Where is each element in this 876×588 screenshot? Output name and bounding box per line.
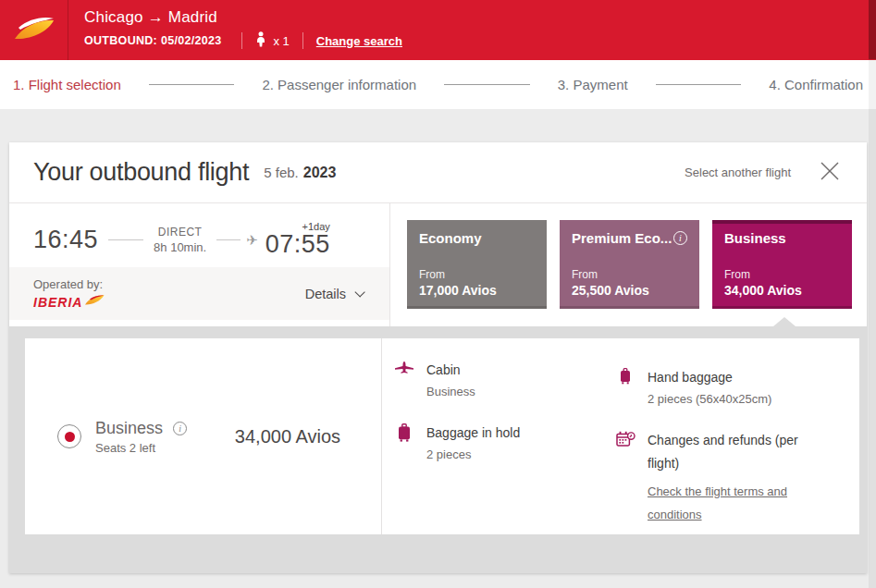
flight-stops-duration: DIRECT 8h 10min. <box>154 226 206 254</box>
info-icon[interactable]: i <box>673 231 687 245</box>
scrollbar[interactable] <box>869 0 876 588</box>
iberia-operator-logo: IBERIA <box>33 293 105 310</box>
flight-times-section: 16:45 DIRECT 8h 10min. ✈ +1day 07:55 <box>9 203 390 326</box>
calendar-clock-icon <box>615 429 635 526</box>
fare-card-economy[interactable]: Economy From 17,000 Avios <box>407 220 547 309</box>
passenger-icon <box>255 31 266 50</box>
close-icon <box>817 158 843 187</box>
fare-detail-panel: Business i Seats 2 left 34,000 Avios <box>25 338 859 534</box>
operated-by-label: Operated by: <box>33 277 105 291</box>
step-confirmation: 4. Confirmation <box>769 77 863 92</box>
hold-suitcase-icon <box>394 422 414 461</box>
fare-card-premium-economy[interactable]: Premium Eco... i From 25,500 Avios <box>560 220 699 309</box>
fare-detail-band: Business i Seats 2 left 34,000 Avios <box>9 326 867 573</box>
info-icon[interactable]: i <box>173 422 187 435</box>
flight-summary-row: 16:45 DIRECT 8h 10min. ✈ +1day 07:55 <box>9 203 867 326</box>
step-connector <box>149 84 235 85</box>
route-title: Chicago → Madrid <box>84 8 402 27</box>
card-title: Your outbound flight <box>33 158 249 187</box>
scrollbar-thumb[interactable] <box>869 0 876 59</box>
divider <box>302 32 303 49</box>
route-line <box>216 239 241 240</box>
card-header: Your outbound flight 5 feb.2023 Select a… <box>9 142 867 203</box>
fare-radio-selected[interactable] <box>57 424 81 448</box>
passenger-count: x 1 <box>255 31 289 50</box>
step-connector <box>444 84 530 85</box>
amenity-hand-baggage: Hand baggage 2 pieces (56x40x25cm) <box>615 366 859 406</box>
amenity-cabin: Cabin Business <box>394 359 615 398</box>
step-passenger-information: 2. Passenger information <box>262 77 416 92</box>
step-flight-selection: 1. Flight selection <box>13 77 121 92</box>
iberia-swoosh-icon <box>12 12 56 49</box>
step-connector <box>656 84 742 85</box>
fare-card-business[interactable]: Business From 34,000 Avios <box>712 220 852 309</box>
departure-time: 16:45 <box>33 226 98 254</box>
arrival-time: 07:55 <box>265 230 330 259</box>
close-button[interactable] <box>815 156 845 189</box>
divider <box>241 32 242 49</box>
amenities-column-2: Hand baggage 2 pieces (56x40x25cm) <box>615 338 859 534</box>
page: Chicago → Madrid OUTBOUND: 05/02/2023 x … <box>0 0 876 588</box>
amenity-baggage-in-hold: Baggage in hold 2 pieces <box>394 422 615 461</box>
selected-fare-caret <box>773 317 796 326</box>
outbound-flight-card: Your outbound flight 5 feb.2023 Select a… <box>9 142 867 573</box>
cabin-plane-icon <box>394 359 414 398</box>
flight-date: 5 feb.2023 <box>264 165 336 181</box>
iberia-swoosh-small-icon <box>84 293 105 310</box>
outbound-info: OUTBOUND: 05/02/2023 <box>84 34 221 47</box>
iberia-logo[interactable] <box>0 0 68 60</box>
hand-baggage-icon <box>615 366 635 406</box>
booking-steps: 1. Flight selection 2. Passenger informa… <box>0 60 876 109</box>
selected-fare-price: 34,000 Avios <box>235 426 340 447</box>
change-search-link[interactable]: Change search <box>316 34 402 48</box>
operated-by-row: Operated by: IBERIA <box>9 267 389 320</box>
flight-terms-link[interactable]: Check the flight terms and conditions <box>648 480 820 527</box>
plane-icon: ✈ <box>246 232 258 249</box>
selected-fare-name: Business <box>95 419 163 438</box>
route-line <box>108 239 143 240</box>
fare-options: Economy From 17,000 Avios Premium Eco...… <box>390 203 867 326</box>
amenities-column-1: Cabin Business <box>382 338 615 534</box>
seats-left: Seats 2 left <box>95 441 187 455</box>
top-header: Chicago → Madrid OUTBOUND: 05/02/2023 x … <box>0 0 876 60</box>
step-payment: 3. Payment <box>558 77 628 92</box>
select-another-flight-link[interactable]: Select another flight <box>685 165 791 179</box>
selected-fare-section: Business i Seats 2 left 34,000 Avios <box>25 338 382 534</box>
amenity-changes-refunds: Changes and refunds (per flight) Check t… <box>615 429 859 526</box>
route-block: Chicago → Madrid OUTBOUND: 05/02/2023 x … <box>68 0 402 60</box>
details-button[interactable]: Details <box>305 287 362 301</box>
chevron-down-icon <box>354 287 364 297</box>
